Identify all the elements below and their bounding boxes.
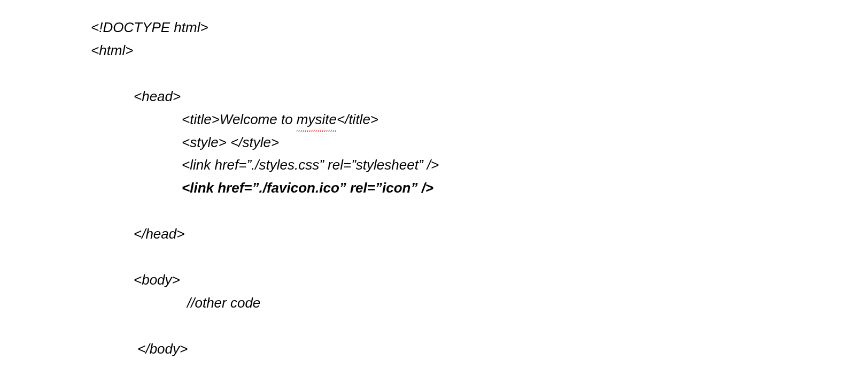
blank-line [91,315,868,338]
code-line-style: <style> </style> [91,131,868,154]
code-line-link-favicon: <link href=”./favicon.ico” rel=”icon” /> [91,177,868,200]
code-line-doctype: <!DOCTYPE html> [91,16,868,39]
code-line-body-open: <body> [91,269,868,292]
title-post: </title> [337,111,378,127]
blank-line [91,200,868,223]
code-line-other-code: //other code [91,292,868,315]
spellcheck-word: mysite [297,108,337,131]
code-line-html-open: <html> [91,39,868,62]
code-line-link-stylesheet: <link href=”./styles.css” rel=”styleshee… [91,154,868,177]
code-line-body-close: </body> [91,338,868,361]
blank-line [91,246,868,269]
title-pre: <title>Welcome to [182,111,297,127]
code-line-head-close: </head> [91,223,868,246]
code-line-head-open: <head> [91,85,868,108]
blank-line [91,361,868,383]
blank-line [91,62,868,85]
code-snippet: <!DOCTYPE html> <html> <head> <title>Wel… [91,16,868,383]
code-line-title: <title>Welcome to mysite</title> [91,108,868,131]
